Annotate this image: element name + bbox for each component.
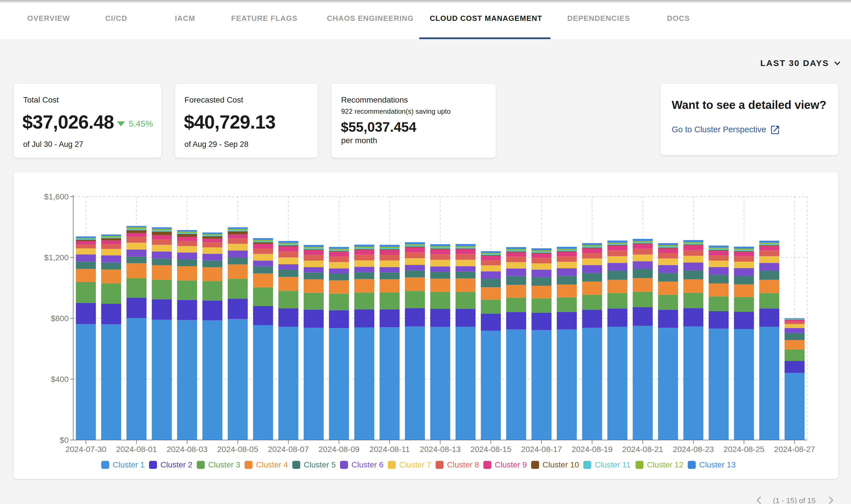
svg-text:Cluster 10: Cluster 10 <box>542 460 579 469</box>
svg-text:Cluster 2: Cluster 2 <box>160 460 192 469</box>
svg-text:2024-08-19: 2024-08-19 <box>572 445 612 454</box>
svg-text:2024-08-21: 2024-08-21 <box>622 445 663 454</box>
svg-text:Cluster 6: Cluster 6 <box>351 460 383 469</box>
svg-text:$1,600: $1,600 <box>44 192 69 201</box>
svg-text:2024-08-13: 2024-08-13 <box>420 445 461 454</box>
svg-text:Cluster 13: Cluster 13 <box>699 460 736 469</box>
svg-text:2024-08-05: 2024-08-05 <box>217 445 258 454</box>
svg-text:Cluster 12: Cluster 12 <box>647 460 683 469</box>
svg-text:$800: $800 <box>51 314 69 323</box>
svg-text:2024-07-30: 2024-07-30 <box>66 445 106 454</box>
svg-text:2024-08-27: 2024-08-27 <box>774 445 815 454</box>
svg-text:2024-08-25: 2024-08-25 <box>724 445 764 454</box>
svg-text:2024-08-17: 2024-08-17 <box>521 445 562 454</box>
svg-text:Cluster 9: Cluster 9 <box>495 460 527 469</box>
svg-text:Cluster 1: Cluster 1 <box>113 460 145 469</box>
svg-text:Cluster 5: Cluster 5 <box>304 460 336 469</box>
svg-text:Cluster 11: Cluster 11 <box>595 460 631 469</box>
svg-text:2024-08-15: 2024-08-15 <box>470 445 511 454</box>
svg-text:Cluster 8: Cluster 8 <box>447 460 479 469</box>
svg-text:Cluster 3: Cluster 3 <box>208 460 240 469</box>
svg-text:2024-08-07: 2024-08-07 <box>268 445 309 454</box>
svg-text:2024-08-23: 2024-08-23 <box>673 445 714 454</box>
svg-text:$1,200: $1,200 <box>44 253 69 262</box>
svg-text:2024-08-11: 2024-08-11 <box>369 445 410 454</box>
svg-text:2024-08-03: 2024-08-03 <box>167 445 208 454</box>
svg-text:Cluster 4: Cluster 4 <box>256 460 288 469</box>
svg-text:2024-08-09: 2024-08-09 <box>318 445 360 454</box>
svg-text:$400: $400 <box>51 375 69 384</box>
svg-text:2024-08-01: 2024-08-01 <box>116 445 157 454</box>
svg-text:Cluster 7: Cluster 7 <box>399 460 431 469</box>
svg-text:$0: $0 <box>60 436 69 445</box>
